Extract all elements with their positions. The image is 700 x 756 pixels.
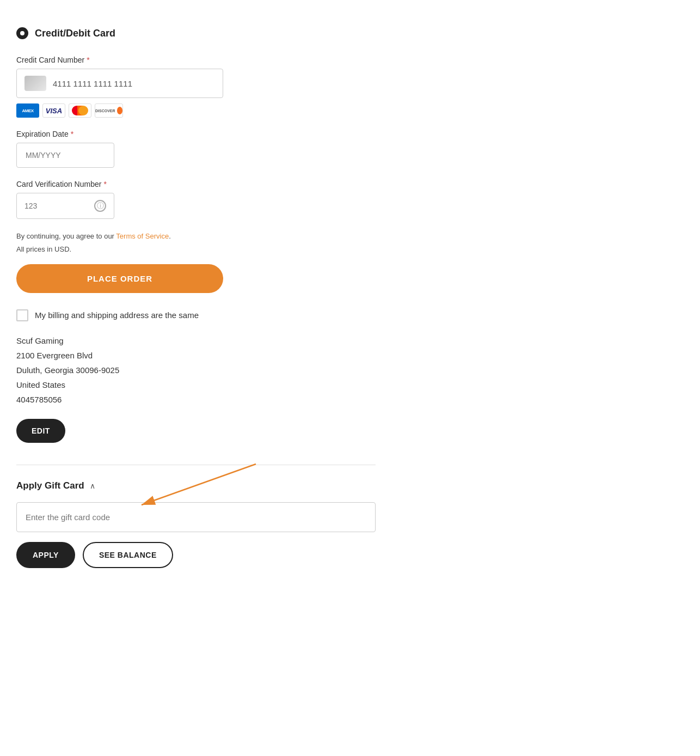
expiry-label: Expiration Date *: [16, 130, 376, 138]
card-chip-icon: [24, 76, 46, 91]
payment-method-title: Credit/Debit Card: [35, 28, 115, 39]
card-number-label: Credit Card Number *: [16, 56, 376, 64]
billing-address2: Duluth, Georgia 30096-9025: [16, 363, 376, 377]
apply-gift-card-button[interactable]: APPLY: [16, 542, 75, 568]
terms-text: By continuing, you agree to our Terms of…: [16, 231, 376, 242]
cvv-label: Card Verification Number *: [16, 180, 376, 188]
cvv-input-wrapper: ⓘ: [16, 193, 114, 219]
billing-address-block: Scuf Gaming 2100 Evergreen Blvd Duluth, …: [16, 333, 376, 407]
billing-address-same-row: My billing and shipping address are the …: [16, 309, 376, 321]
visa-icon: VISA: [42, 103, 65, 118]
usd-note: All prices in USD.: [16, 245, 376, 253]
billing-name: Scuf Gaming: [16, 333, 376, 348]
card-number-input-wrapper: [16, 69, 223, 98]
billing-address1: 2100 Evergreen Blvd: [16, 348, 376, 363]
discover-icon: DISCOVER: [95, 103, 123, 118]
payment-radio[interactable]: [16, 27, 28, 39]
gift-card-title: Apply Gift Card: [16, 480, 84, 491]
cvv-group: Card Verification Number * ⓘ: [16, 180, 376, 219]
expiry-group: Expiration Date *: [16, 130, 376, 168]
required-indicator: *: [71, 130, 73, 138]
card-number-group: Credit Card Number * AMEX VISA DISCOVER: [16, 56, 376, 118]
card-brands-row: AMEX VISA DISCOVER: [16, 103, 376, 118]
cvv-info-icon[interactable]: ⓘ: [94, 200, 106, 212]
gift-card-buttons: APPLY SEE BALANCE: [16, 542, 376, 568]
place-order-button[interactable]: PLACE ORDER: [16, 264, 223, 293]
billing-same-label: My billing and shipping address are the …: [35, 310, 199, 320]
edit-address-button[interactable]: EDIT: [16, 419, 65, 443]
see-balance-button[interactable]: SEE BALANCE: [83, 542, 173, 568]
required-indicator: *: [103, 180, 106, 188]
amex-icon: AMEX: [16, 103, 39, 118]
mastercard-icon: [69, 103, 91, 118]
expiry-input[interactable]: [16, 143, 114, 168]
required-indicator: *: [87, 56, 89, 64]
card-number-input[interactable]: [53, 79, 215, 88]
gift-card-input-section: [16, 502, 376, 532]
billing-country: United States: [16, 377, 376, 392]
billing-phone: 4045785056: [16, 392, 376, 407]
gift-card-input[interactable]: [16, 502, 376, 532]
chevron-up-icon: ∧: [90, 481, 95, 490]
cvv-input[interactable]: [24, 202, 89, 210]
billing-same-checkbox[interactable]: [16, 309, 28, 321]
terms-link[interactable]: Terms of Service: [116, 232, 169, 240]
gift-card-header[interactable]: Apply Gift Card ∧: [16, 480, 376, 491]
gift-card-section: Apply Gift Card ∧ APPLY SEE BALANCE: [16, 465, 376, 568]
